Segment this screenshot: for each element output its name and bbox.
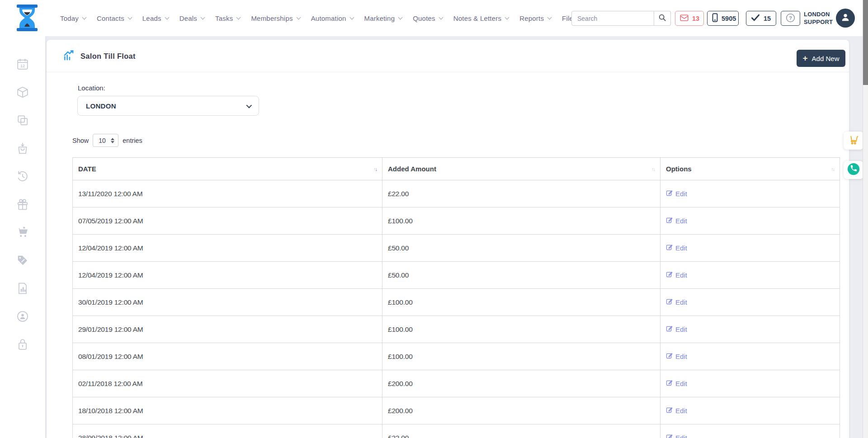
row-amount: £100.00 (382, 207, 660, 235)
nav-item-marketing[interactable]: Marketing (364, 14, 402, 22)
edit-pencil-icon (666, 244, 673, 252)
table-row: 13/11/2020 12:00 AM £22.00 Edit (73, 180, 840, 207)
nav-item-notes-letters[interactable]: Notes & Letters (453, 14, 509, 22)
main-nav: TodayContactsLeadsDealsTasksMembershipsA… (60, 0, 577, 36)
sidebar-item-cart[interactable] (16, 226, 29, 239)
search-button[interactable] (654, 11, 671, 26)
edit-link-label: Edit (675, 434, 687, 438)
tasks-badge[interactable]: 15 (746, 11, 776, 26)
edit-button[interactable]: Edit (666, 244, 687, 252)
edit-button[interactable]: Edit (666, 217, 687, 225)
location-select[interactable]: LONDON (77, 96, 259, 116)
row-date: 07/05/2019 12:00 AM (73, 207, 382, 235)
row-amount: £50.00 (382, 235, 660, 262)
nav-item-automation[interactable]: Automation (311, 14, 354, 22)
nav-item-label: Deals (179, 14, 197, 22)
sidebar-item-account[interactable] (16, 310, 29, 323)
row-date: 18/10/2018 12:00 AM (73, 397, 382, 424)
chevron-down-icon (165, 15, 169, 19)
sidebar-item-purchase-receive[interactable] (16, 142, 29, 155)
sidebar-item-reports[interactable] (16, 282, 29, 295)
scrollbar-thumb[interactable] (863, 0, 868, 85)
search-input[interactable] (571, 11, 654, 26)
column-header-label: Added Amount (388, 165, 436, 173)
app-logo-hourglass-icon[interactable] (15, 4, 39, 32)
sidebar-item-security[interactable] (16, 338, 29, 351)
sidebar-item-pricing[interactable] (16, 254, 29, 267)
edit-button[interactable]: Edit (666, 433, 687, 438)
edit-button[interactable]: Edit (666, 298, 687, 306)
page-scrollbar[interactable] (863, 0, 868, 438)
search-icon (658, 14, 666, 23)
help-button[interactable]: ? (781, 11, 800, 26)
stepper-arrows-icon (111, 138, 114, 143)
sidebar-item-products[interactable] (16, 86, 29, 99)
salon-till-float-card: Salon Till Float + Add New Location: LON… (47, 40, 849, 438)
nav-item-quotes[interactable]: Quotes (413, 14, 443, 22)
edit-link-label: Edit (675, 353, 687, 360)
sidebar-item-duplicates[interactable] (16, 114, 29, 127)
floating-phone-button[interactable] (844, 161, 863, 179)
table-row: 08/01/2019 12:00 AM £100.00 Edit (73, 343, 840, 370)
table-row: 12/04/2019 12:00 AM £50.00 Edit (73, 262, 840, 289)
floating-cart-button[interactable] (844, 132, 863, 150)
column-header-added-amount[interactable]: Added Amount ↑↓ (382, 158, 660, 180)
table-row: 30/01/2019 12:00 AM £100.00 Edit (73, 289, 840, 316)
nav-item-label: Leads (142, 14, 161, 22)
chevron-down-icon (246, 102, 252, 108)
sidebar-item-gift-cards[interactable] (16, 198, 29, 211)
nav-item-tasks[interactable]: Tasks (215, 14, 240, 22)
edit-pencil-icon (666, 217, 673, 225)
nav-item-label: Tasks (215, 14, 233, 22)
edit-button[interactable]: Edit (666, 379, 687, 387)
nav-item-deals[interactable]: Deals (179, 14, 204, 22)
sidebar-item-history[interactable] (16, 170, 29, 183)
calls-badge[interactable]: 5905 (707, 11, 739, 26)
nav-item-label: Marketing (364, 14, 395, 22)
column-header-date[interactable]: DATE ↑↓ (73, 158, 382, 180)
edit-button[interactable]: Edit (666, 325, 687, 333)
edit-button[interactable]: Edit (666, 352, 687, 360)
sidebar-item-calendar[interactable]: 12 (16, 58, 29, 71)
nav-item-reports[interactable]: Reports (519, 14, 551, 22)
check-icon (751, 14, 760, 23)
nav-item-label: Memberships (251, 14, 292, 22)
edit-pencil-icon (666, 271, 673, 279)
chevron-down-icon (127, 15, 132, 19)
add-new-button[interactable]: + Add New (797, 50, 845, 67)
column-header-options[interactable]: Options ↑↓ (660, 158, 840, 180)
edit-button[interactable]: Edit (666, 406, 687, 414)
row-amount: £200.00 (382, 397, 660, 424)
nav-item-memberships[interactable]: Memberships (251, 14, 300, 22)
nav-item-label: Notes & Letters (453, 14, 501, 22)
table-row: 07/05/2019 12:00 AM £100.00 Edit (73, 207, 840, 235)
messages-count: 13 (692, 15, 699, 22)
nav-item-label: Quotes (413, 14, 435, 22)
plus-icon: + (803, 54, 808, 62)
entries-label: entries (123, 137, 142, 144)
user-avatar[interactable] (836, 9, 855, 28)
location-label: Location: (78, 84, 105, 92)
user-name: LONDON SUPPORT (804, 10, 838, 26)
cart-icon (848, 135, 859, 147)
edit-pencil-icon (666, 189, 673, 198)
question-icon: ? (786, 13, 795, 24)
edit-button[interactable]: Edit (666, 189, 687, 198)
chevron-down-icon (547, 15, 552, 19)
page-size-select[interactable]: 10 (93, 134, 118, 147)
nav-item-today[interactable]: Today (60, 14, 86, 22)
messages-badge[interactable]: 13 (675, 11, 704, 26)
row-date: 12/04/2019 12:00 AM (73, 262, 382, 289)
edit-pencil-icon (666, 298, 673, 306)
edit-button[interactable]: Edit (666, 271, 687, 279)
nav-item-leads[interactable]: Leads (142, 14, 169, 22)
nav-item-label: Automation (311, 14, 346, 22)
table-row: 18/10/2018 12:00 AM £200.00 Edit (73, 397, 840, 424)
edit-link-label: Edit (675, 271, 687, 279)
row-date: 02/11/2018 12:00 AM (73, 370, 382, 397)
svg-text:?: ? (789, 15, 792, 20)
row-date: 30/01/2019 12:00 AM (73, 289, 382, 316)
nav-item-contacts[interactable]: Contacts (97, 14, 132, 22)
edit-pencil-icon (666, 433, 673, 438)
edit-link-label: Edit (675, 325, 687, 333)
